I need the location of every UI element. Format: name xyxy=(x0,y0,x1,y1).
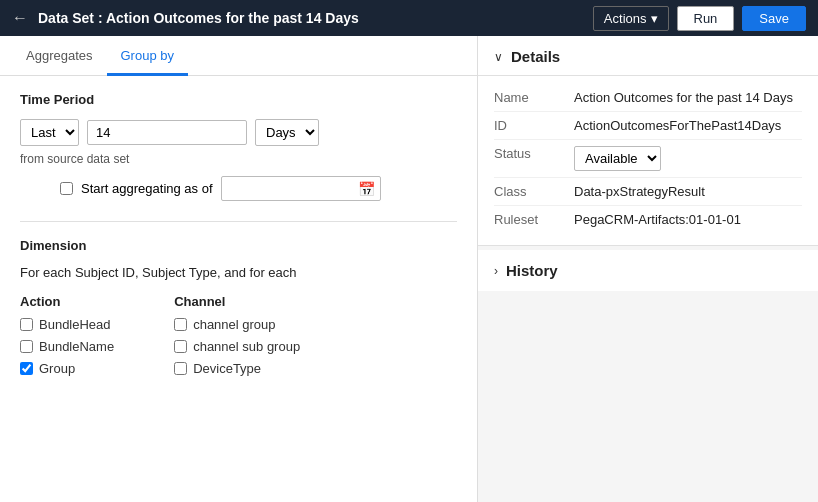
channel-group-checkbox[interactable] xyxy=(174,318,187,331)
detail-row-status: Status Available Inactive xyxy=(494,140,802,178)
detail-row-name: Name Action Outcomes for the past 14 Day… xyxy=(494,84,802,112)
dimension-title: Dimension xyxy=(20,238,457,253)
back-button[interactable]: ← xyxy=(12,9,28,27)
checkbox-bundlehead: BundleHead xyxy=(20,317,114,332)
channel-group-label: channel group xyxy=(193,317,275,332)
ruleset-value: PegaCRM-Artifacts:01-01-01 xyxy=(574,212,802,227)
details-table: Name Action Outcomes for the past 14 Day… xyxy=(478,76,818,245)
action-col: Action BundleHead BundleName Group xyxy=(20,294,114,383)
tab-group-by[interactable]: Group by xyxy=(107,36,188,76)
class-label: Class xyxy=(494,184,574,199)
device-type-label: DeviceType xyxy=(193,361,261,376)
time-period-title: Time Period xyxy=(20,92,457,107)
detail-row-class: Class Data-pxStrategyResult xyxy=(494,178,802,206)
checkbox-channel-group: channel group xyxy=(174,317,300,332)
date-input[interactable] xyxy=(221,176,381,201)
number-input[interactable] xyxy=(87,120,247,145)
tabs-bar: Aggregates Group by xyxy=(0,36,477,76)
header-actions: Actions ▾ Run Save xyxy=(593,6,806,31)
header-title: Data Set : Action Outcomes for the past … xyxy=(38,10,583,26)
details-header[interactable]: ∨ Details xyxy=(478,36,818,76)
name-value: Action Outcomes for the past 14 Days xyxy=(574,90,802,105)
days-select[interactable]: Days xyxy=(255,119,319,146)
checkbox-columns: Action BundleHead BundleName Group xyxy=(20,294,457,383)
details-title: Details xyxy=(511,48,560,65)
class-value: Data-pxStrategyResult xyxy=(574,184,802,199)
checkbox-device-type: DeviceType xyxy=(174,361,300,376)
channel-sub-group-checkbox[interactable] xyxy=(174,340,187,353)
last-select[interactable]: Last xyxy=(20,119,79,146)
run-button[interactable]: Run xyxy=(677,6,735,31)
ruleset-label: Ruleset xyxy=(494,212,574,227)
group-checkbox[interactable] xyxy=(20,362,33,375)
time-period-section: Time Period Last Days from source data s… xyxy=(20,92,457,201)
tab-aggregates[interactable]: Aggregates xyxy=(12,36,107,76)
save-button[interactable]: Save xyxy=(742,6,806,31)
left-panel: Aggregates Group by Time Period Last Day… xyxy=(0,36,478,502)
status-select[interactable]: Available Inactive xyxy=(574,146,661,171)
device-type-checkbox[interactable] xyxy=(174,362,187,375)
start-agg-row: Start aggregating as of 📅 xyxy=(60,176,457,201)
bundlehead-checkbox[interactable] xyxy=(20,318,33,331)
section-divider xyxy=(20,221,457,222)
date-input-wrap: 📅 xyxy=(221,176,381,201)
history-header[interactable]: › History xyxy=(494,262,802,279)
checkbox-channel-sub-group: channel sub group xyxy=(174,339,300,354)
history-section: › History xyxy=(478,250,818,291)
left-content: Time Period Last Days from source data s… xyxy=(0,76,477,399)
id-label: ID xyxy=(494,118,574,133)
action-col-header: Action xyxy=(20,294,114,309)
app-header: ← Data Set : Action Outcomes for the pas… xyxy=(0,0,818,36)
right-panel: ∨ Details Name Action Outcomes for the p… xyxy=(478,36,818,502)
checkbox-bundlename: BundleName xyxy=(20,339,114,354)
detail-row-ruleset: Ruleset PegaCRM-Artifacts:01-01-01 xyxy=(494,206,802,233)
main-layout: Aggregates Group by Time Period Last Day… xyxy=(0,36,818,502)
history-chevron-icon: › xyxy=(494,264,498,278)
group-label: Group xyxy=(39,361,75,376)
bundlename-label: BundleName xyxy=(39,339,114,354)
time-inputs: Last Days xyxy=(20,119,457,146)
dimension-section: Dimension For each Subject ID, Subject T… xyxy=(20,238,457,383)
start-agg-checkbox[interactable] xyxy=(60,182,73,195)
actions-label: Actions xyxy=(604,11,647,26)
status-value: Available Inactive xyxy=(574,146,802,171)
channel-col: Channel channel group channel sub group … xyxy=(174,294,300,383)
details-chevron-icon: ∨ xyxy=(494,50,503,64)
checkbox-group: Group xyxy=(20,361,114,376)
source-label: from source data set xyxy=(20,152,457,166)
channel-sub-group-label: channel sub group xyxy=(193,339,300,354)
history-title: History xyxy=(506,262,558,279)
actions-chevron-icon: ▾ xyxy=(651,11,658,26)
status-label: Status xyxy=(494,146,574,171)
detail-row-id: ID ActionOutcomesForThePast14Days xyxy=(494,112,802,140)
details-section: ∨ Details Name Action Outcomes for the p… xyxy=(478,36,818,246)
name-label: Name xyxy=(494,90,574,105)
channel-col-header: Channel xyxy=(174,294,300,309)
dimension-desc: For each Subject ID, Subject Type, and f… xyxy=(20,265,457,280)
calendar-icon[interactable]: 📅 xyxy=(358,181,375,197)
actions-button[interactable]: Actions ▾ xyxy=(593,6,669,31)
bundlename-checkbox[interactable] xyxy=(20,340,33,353)
start-agg-label: Start aggregating as of xyxy=(81,181,213,196)
bundlehead-label: BundleHead xyxy=(39,317,111,332)
id-value: ActionOutcomesForThePast14Days xyxy=(574,118,802,133)
